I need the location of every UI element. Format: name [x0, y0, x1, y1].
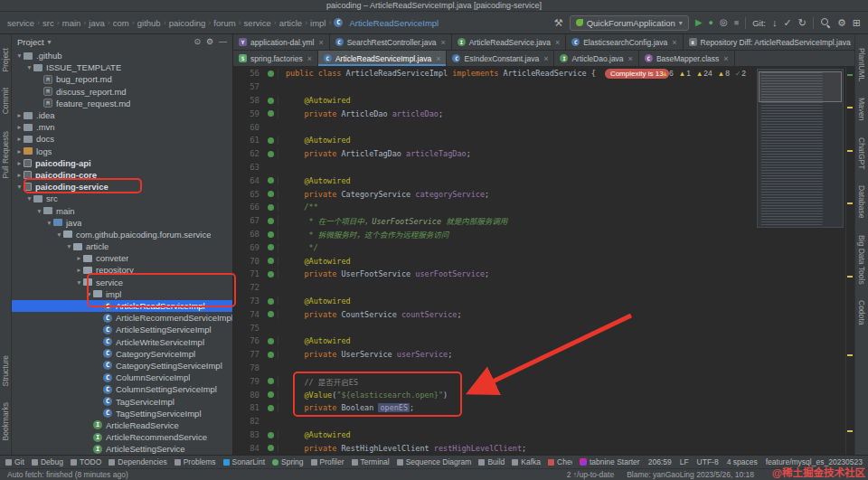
tool-button-database[interactable]: Database	[857, 185, 866, 218]
close-icon[interactable]: ×	[307, 54, 312, 63]
code-text[interactable]: // 是否开启ES	[278, 376, 854, 387]
tool-window-button-spring[interactable]: Spring	[272, 457, 304, 466]
tree-item[interactable]: ▾src	[12, 193, 232, 204]
tool-window-button-todo[interactable]: TODO	[71, 457, 101, 466]
tree-item[interactable]: ▾impl	[12, 288, 232, 300]
breadcrumb-item[interactable]: service	[244, 18, 271, 28]
tree-item[interactable]: Mfeature_request.md	[12, 98, 232, 109]
stripe-mark[interactable]	[847, 430, 853, 432]
tool-window-button-problems[interactable]: Problems	[175, 457, 216, 466]
tool-window-button-git[interactable]: Git	[5, 457, 24, 466]
close-icon[interactable]: ×	[543, 54, 548, 63]
tool-button-plantuml[interactable]: PlantUML	[857, 48, 866, 81]
line-separator[interactable]: LF	[680, 457, 689, 466]
breadcrumb-item[interactable]: github	[137, 18, 161, 28]
close-icon[interactable]: ×	[318, 38, 323, 47]
tree-toggle-icon[interactable]: ▾	[15, 183, 24, 191]
close-icon[interactable]: ×	[672, 38, 676, 47]
tool-button-commit[interactable]: Commit	[1, 88, 10, 114]
revert-icon[interactable]: ↻	[798, 18, 807, 28]
tree-item[interactable]: ▸logs	[12, 146, 232, 157]
settings-icon[interactable]: ⚙	[206, 38, 213, 46]
tree-item[interactable]: IArticleReadService	[12, 419, 232, 431]
tree-toggle-icon[interactable]: ▾	[75, 278, 83, 287]
tool-button-codota[interactable]: Codota	[857, 300, 866, 325]
tree-item[interactable]: ▸paicoding-core	[12, 169, 232, 181]
code-editor[interactable]: 56public class ArticleReadServiceImpl im…	[233, 67, 854, 455]
tree-item[interactable]: ▾ISSUE_TEMPLATE	[12, 61, 232, 73]
breadcrumb-item[interactable]: service	[7, 18, 34, 28]
tree-item[interactable]: ▾article	[12, 240, 232, 252]
tool-window-button-debug[interactable]: Debug	[32, 457, 63, 466]
tree-item[interactable]: CCategorySettingServiceImpl	[12, 360, 232, 372]
breadcrumb-item[interactable]: src	[42, 18, 54, 28]
tree-toggle-icon[interactable]: ▾	[15, 52, 24, 60]
play-icon[interactable]: ▶	[695, 18, 703, 27]
update-icon[interactable]: ↓	[772, 18, 778, 28]
breadcrumb-item[interactable]: article	[279, 18, 302, 28]
line-number[interactable]: 83	[233, 430, 264, 439]
tree-toggle-icon[interactable]: ▸	[15, 123, 24, 131]
tree-item[interactable]: ▸conveter	[12, 252, 232, 264]
line-number[interactable]: 73	[233, 296, 264, 306]
editor-tab[interactable]: Sspring.factories×	[233, 51, 318, 66]
tree-item[interactable]: Mdiscuss_report.md	[12, 86, 232, 98]
code-text[interactable]: @Value("${elasticsearch.open}")	[278, 391, 854, 400]
line-number[interactable]: 56	[233, 69, 264, 78]
inspection-count[interactable]: ▲24	[696, 69, 712, 78]
editor-tab[interactable]: IArticleDao.java×	[554, 51, 638, 66]
line-number[interactable]: 57	[233, 82, 264, 91]
tool-button-project[interactable]: Project	[1, 48, 10, 71]
tool-window-button-checkstyle[interactable]: CheckStyle	[548, 457, 572, 466]
tool-window-button-sequence-diagram[interactable]: Sequence Diagram	[397, 457, 472, 466]
code-text[interactable]: @Autowired	[278, 296, 854, 306]
stripe-mark[interactable]	[847, 107, 853, 108]
line-number[interactable]: 81	[233, 403, 264, 412]
editor-tab[interactable]: CEsIndexConstant.java×	[447, 51, 554, 66]
debug-icon[interactable]: ●	[709, 19, 713, 27]
tool-window-button-profiler[interactable]: Profiler	[311, 457, 344, 466]
tree-toggle-icon[interactable]: ▸	[75, 266, 83, 274]
run-configuration-selector[interactable]: QuickForumApplication▾	[570, 15, 689, 31]
line-number[interactable]: 79	[233, 377, 264, 386]
editor-tab[interactable]: ±Repository Diff: ArticleReadServiceImpl…	[684, 34, 854, 50]
tree-item[interactable]: CColumnSettingServiceImpl	[12, 383, 232, 395]
close-icon[interactable]: ×	[555, 38, 560, 47]
code-text[interactable]: private UserFootService userFootService;	[278, 269, 854, 278]
close-icon[interactable]: ×	[628, 54, 633, 63]
tree-item[interactable]: CArticleRecommendServiceImpl	[12, 312, 232, 324]
stripe-mark[interactable]	[847, 74, 853, 76]
tree-toggle-icon[interactable]: ▸	[15, 171, 24, 179]
editor-tab[interactable]: Yapplication-dal.yml×	[233, 34, 330, 50]
code-text[interactable]: private UserService userService;	[278, 350, 854, 359]
editor-tab[interactable]: IArticleReadService.java×	[452, 34, 567, 50]
tree-item[interactable]: ▸paicoding-api	[12, 157, 232, 169]
stop-icon[interactable]: ■	[734, 19, 739, 27]
line-number[interactable]: 60	[233, 123, 264, 132]
editor-tab[interactable]: CSearchRestController.java×	[330, 34, 452, 50]
settings-icon[interactable]: ⚙	[837, 18, 846, 28]
line-number[interactable]: 61	[233, 136, 264, 145]
minimap-viewport[interactable]	[759, 71, 842, 102]
layout-icon[interactable]: ⊞	[853, 18, 861, 28]
stripe-mark[interactable]	[847, 202, 853, 204]
code-text[interactable]: */	[278, 243, 854, 252]
tree-toggle-icon[interactable]: ▾	[25, 194, 33, 202]
tool-window-button-kafka[interactable]: Kafka	[512, 457, 541, 466]
tool-window-button-terminal[interactable]: Terminal	[352, 457, 390, 466]
tree-item[interactable]: CArticleReadServiceImpl	[12, 300, 232, 312]
line-number[interactable]: 63	[233, 163, 264, 172]
tree-item[interactable]: ▾service	[12, 277, 232, 288]
project-panel-title[interactable]: Project	[17, 37, 44, 47]
commit-icon[interactable]: ✓	[783, 18, 791, 28]
close-icon[interactable]: ×	[436, 54, 440, 63]
line-number[interactable]: 58	[233, 96, 264, 105]
breadcrumb-item[interactable]: forum	[213, 18, 235, 28]
tool-button-bookmarks[interactable]: Bookmarks	[1, 402, 10, 441]
editor-tab[interactable]: CArticleReadServiceImpl.java×	[318, 51, 448, 66]
code-text[interactable]: private CountService countService;	[278, 310, 854, 319]
line-number[interactable]: 84	[233, 444, 264, 453]
line-number[interactable]: 76	[233, 336, 264, 345]
line-number[interactable]: 70	[233, 257, 264, 266]
code-text[interactable]: private RestHighLevelClient restHighLeve…	[278, 444, 854, 453]
